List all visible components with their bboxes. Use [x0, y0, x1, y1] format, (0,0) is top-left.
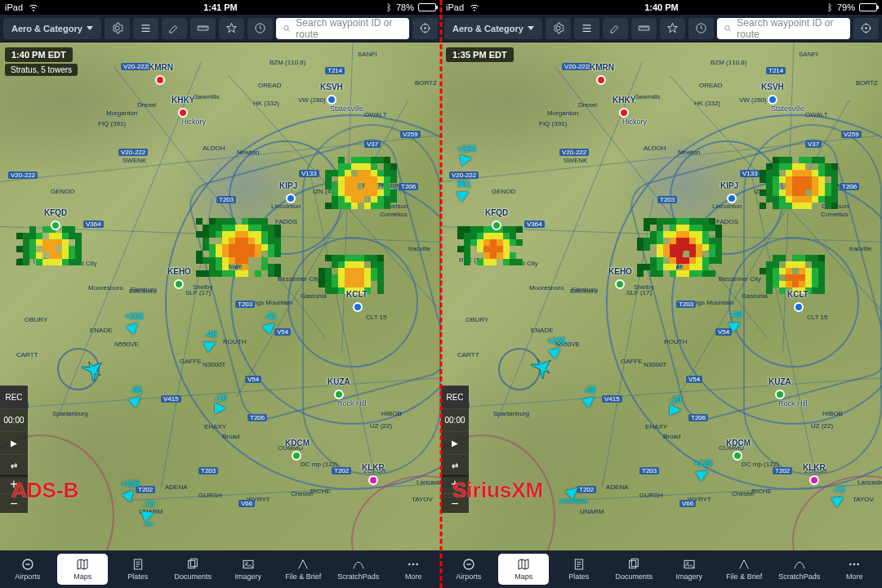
airport-marker[interactable] [327, 95, 336, 105]
traffic-target[interactable]: -20 [670, 395, 681, 416]
left-pane: iPad 1:41 PM ᛒ 78% Aero & Category Searc… [0, 0, 441, 588]
list-icon[interactable] [133, 18, 158, 39]
nav-more[interactable]: More [388, 554, 439, 585]
clock: 1:40 PM [644, 2, 679, 12]
nav-imagery[interactable]: Imagery [664, 554, 715, 585]
nav-scratch[interactable]: ScratchPads [333, 554, 384, 585]
traffic-target[interactable]: +120 [694, 459, 713, 479]
fix-label: SWENK [564, 157, 587, 164]
airport-marker[interactable] [809, 475, 819, 485]
traffic-target[interactable]: +365 [125, 312, 144, 332]
nav-airports[interactable]: Airports [443, 554, 494, 585]
play-button[interactable]: ▶ [0, 431, 28, 454]
airport-marker[interactable] [334, 390, 344, 399]
traffic-target[interactable]: -16 [215, 394, 226, 414]
map-view[interactable]: 1:40 PM EDT Stratus, 5 towers ADS-B V20-… [0, 42, 441, 550]
traffic-target[interactable]: ASH6115 [559, 486, 588, 505]
map-view[interactable]: 1:35 PM EDT SiriusXM V20-222V20-222V20-2… [441, 42, 882, 550]
fix-label: Morganton [547, 109, 578, 117]
nav-file[interactable]: File & Brief [719, 554, 769, 585]
fix-label: Spartanburg [52, 410, 88, 417]
airport-marker[interactable] [353, 302, 363, 312]
nav-scratch[interactable]: ScratchPads [774, 554, 825, 585]
traffic-target[interactable]: +108 [121, 479, 140, 500]
weather-timestamp[interactable]: 1:35 PM EDT [446, 47, 514, 62]
star-icon[interactable] [219, 18, 244, 39]
nav-airports[interactable]: Airports [2, 554, 53, 585]
airport-marker[interactable] [615, 279, 625, 289]
nav-file[interactable]: File & Brief [278, 554, 328, 585]
traffic-target[interactable]: -48 [205, 330, 216, 350]
fix-label: BORTZ [856, 79, 878, 87]
weather-timestamp[interactable]: 1:40 PM EDT [5, 47, 73, 62]
nav-plates[interactable]: Plates [554, 554, 604, 585]
traffic-target[interactable]: 901 [457, 180, 471, 200]
airway-label: T203 [639, 467, 659, 474]
airport-marker[interactable] [619, 108, 629, 118]
airway-label: T214 [766, 67, 786, 74]
recenter-icon[interactable] [853, 18, 879, 39]
airport-marker[interactable] [286, 194, 296, 203]
radar-cell [196, 218, 281, 277]
wifi-icon [469, 3, 480, 11]
nav-imagery[interactable]: Imagery [223, 554, 274, 585]
airport-marker[interactable] [292, 451, 301, 461]
airway-label: T203 [235, 301, 255, 308]
airport-marker[interactable] [178, 108, 188, 118]
airport-marker[interactable] [775, 390, 785, 399]
airport-label: KCLT [787, 290, 808, 299]
play-button[interactable]: ▶ [441, 431, 469, 454]
fix-label: GAFFE [621, 358, 643, 365]
airport-marker[interactable] [492, 220, 501, 230]
ruler-icon[interactable] [190, 18, 216, 39]
traffic-target[interactable]: -40 [730, 310, 742, 331]
gear-icon[interactable] [105, 18, 130, 39]
airport-marker[interactable] [733, 451, 742, 461]
list-icon[interactable] [574, 18, 599, 39]
airport-marker[interactable] [794, 302, 804, 312]
airport-marker[interactable] [51, 220, 60, 230]
fix-label: FIQ (391) [98, 120, 126, 127]
airport-marker[interactable] [368, 475, 378, 485]
airport-marker[interactable] [727, 194, 737, 203]
clock-icon[interactable] [688, 18, 714, 39]
search-input[interactable]: Search waypoint ID or route [276, 18, 409, 39]
traffic-target[interactable]: -13 [833, 485, 844, 506]
traffic-target[interactable]: -60 [584, 385, 595, 406]
ruler-icon[interactable] [631, 18, 657, 39]
svg-point-10 [408, 564, 411, 566]
airport-marker[interactable] [768, 95, 777, 105]
nav-plates[interactable]: Plates [113, 554, 163, 585]
fix-label: HIBOB [822, 410, 843, 417]
edit-icon[interactable] [603, 18, 628, 39]
nav-documents[interactable]: Documents [167, 554, 218, 585]
search-input[interactable]: Search waypoint ID or route [717, 18, 850, 39]
airport-marker[interactable] [155, 75, 165, 85]
fix-label: Shelby [193, 283, 212, 291]
fix-label: HIBOB [381, 410, 402, 417]
airport-marker[interactable] [174, 279, 184, 289]
airport-label: KEHO [608, 267, 632, 276]
traffic-target[interactable]: +294 [457, 145, 476, 165]
rec-button[interactable]: REC [441, 385, 469, 408]
fix-label: Ellenboro [570, 287, 598, 295]
category-dropdown[interactable]: Aero & Category [3, 18, 101, 39]
nav-more[interactable]: More [829, 554, 880, 585]
nav-maps[interactable]: Maps [498, 554, 549, 585]
star-icon[interactable] [660, 18, 685, 39]
airport-marker[interactable] [596, 75, 606, 85]
recenter-icon[interactable] [412, 18, 438, 39]
fix-label: CLT 15 [807, 314, 828, 321]
edit-icon[interactable] [162, 18, 187, 39]
panel-label: SiriusXM [452, 478, 543, 503]
traffic-target[interactable]: -61 [131, 385, 142, 406]
rec-button[interactable]: REC [0, 385, 28, 408]
clock-icon[interactable] [247, 18, 273, 39]
nav-documents[interactable]: Documents [608, 554, 659, 585]
nav-maps[interactable]: Maps [57, 554, 108, 585]
traffic-target[interactable]: -73AA [143, 500, 154, 528]
gear-icon[interactable] [546, 18, 571, 39]
category-dropdown[interactable]: Aero & Category [444, 18, 542, 39]
data-source: Stratus, 5 towers [5, 64, 78, 76]
traffic-target[interactable]: -41 [265, 312, 276, 332]
